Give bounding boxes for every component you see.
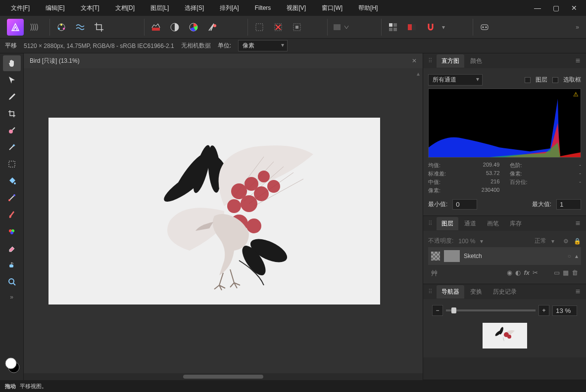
tab-brushes[interactable]: 画笔 bbox=[482, 217, 504, 230]
toolbar-overflow-icon[interactable]: » bbox=[573, 21, 582, 34]
window-maximize-button[interactable]: ▢ bbox=[548, 2, 564, 14]
zoom-value-input[interactable] bbox=[552, 305, 577, 316]
color-picker-tool-icon[interactable] bbox=[3, 89, 21, 105]
panel-grip-icon[interactable]: ⠿ bbox=[425, 288, 436, 295]
menu-file[interactable]: 文件[F] bbox=[4, 1, 37, 15]
move-tool-icon[interactable] bbox=[3, 72, 21, 88]
panel-menu-icon[interactable]: ≡ bbox=[572, 287, 584, 296]
selection-brush-tool-icon[interactable] bbox=[3, 123, 21, 138]
adjustment-icon[interactable]: ◐ bbox=[515, 269, 521, 278]
group-layers-icon[interactable]: ⾋ bbox=[431, 269, 438, 278]
tab-transform[interactable]: 变换 bbox=[465, 285, 487, 299]
panel-grip-icon[interactable]: ⠿ bbox=[425, 57, 436, 64]
menu-layer[interactable]: 图层[L] bbox=[144, 1, 176, 15]
toolbox-overflow-icon[interactable]: » bbox=[7, 291, 16, 304]
max-input[interactable] bbox=[556, 199, 581, 210]
layer-checkbox[interactable] bbox=[525, 77, 531, 83]
horizontal-scrollbar[interactable] bbox=[24, 373, 423, 380]
liquify-persona-icon[interactable] bbox=[26, 19, 43, 36]
fx-icon[interactable]: fx bbox=[524, 269, 530, 278]
paint-brush-tool-icon[interactable] bbox=[3, 207, 21, 222]
gradient-tool-icon[interactable] bbox=[3, 190, 21, 206]
layer-visibility-checker[interactable] bbox=[431, 252, 440, 261]
selection-deselect-icon[interactable] bbox=[270, 19, 287, 36]
menu-arrange[interactable]: 排列[A] bbox=[213, 1, 246, 15]
tab-histogram[interactable]: 直方图 bbox=[437, 54, 464, 68]
selection-all-icon[interactable] bbox=[251, 19, 268, 36]
panel-menu-icon[interactable]: ≡ bbox=[572, 56, 584, 65]
tab-layers[interactable]: 图层 bbox=[437, 217, 458, 230]
zoom-tool-icon[interactable] bbox=[3, 274, 21, 290]
menu-filters[interactable]: Filters bbox=[248, 1, 278, 14]
paint-mixer-tool-icon[interactable] bbox=[3, 223, 21, 239]
tab-stock[interactable]: 库存 bbox=[505, 217, 527, 230]
min-input[interactable] bbox=[452, 199, 477, 210]
menu-text[interactable]: 文本[T] bbox=[74, 1, 106, 15]
marquee-checkbox[interactable] bbox=[552, 77, 558, 83]
window-minimize-button[interactable]: — bbox=[529, 2, 546, 14]
zoom-out-button[interactable]: − bbox=[432, 305, 443, 316]
zoom-in-button[interactable]: + bbox=[538, 305, 549, 316]
auto-colors-icon[interactable] bbox=[185, 19, 202, 36]
scroll-up-icon[interactable]: ▴ bbox=[417, 70, 420, 77]
gear-icon[interactable]: ⚙ bbox=[563, 238, 569, 245]
arrange-icon[interactable] bbox=[385, 19, 401, 36]
erase-tool-icon[interactable] bbox=[3, 240, 21, 256]
opacity-dropdown-icon[interactable]: ▾ bbox=[480, 238, 483, 245]
color-swatches[interactable] bbox=[0, 351, 24, 378]
crop-icon[interactable] bbox=[91, 19, 107, 36]
crop-layer-icon[interactable]: ✂ bbox=[533, 269, 538, 278]
tab-color[interactable]: 颜色 bbox=[465, 54, 487, 68]
canvas-viewport[interactable]: ▴ bbox=[24, 68, 423, 373]
close-tab-icon[interactable]: ✕ bbox=[412, 57, 417, 64]
magic-wand-tool-icon[interactable] bbox=[3, 139, 21, 155]
menu-view[interactable]: 视图[V] bbox=[280, 1, 313, 15]
menu-select[interactable]: 选择[S] bbox=[178, 1, 211, 15]
lock-icon[interactable]: 🔒 bbox=[574, 238, 581, 245]
hand-tool-icon[interactable] bbox=[3, 55, 21, 71]
adjustments-icon[interactable] bbox=[53, 19, 70, 36]
auto-levels-icon[interactable] bbox=[147, 19, 164, 36]
auto-contrast-icon[interactable] bbox=[166, 19, 183, 36]
menu-window[interactable]: 窗口[W] bbox=[315, 1, 349, 15]
blend-dropdown-icon[interactable]: ▾ bbox=[551, 238, 554, 245]
navigator-thumbnail[interactable] bbox=[483, 323, 527, 348]
selection-invert-icon[interactable] bbox=[289, 19, 305, 36]
channel-select[interactable]: 所有通道 bbox=[428, 74, 483, 86]
delete-layer-icon[interactable]: 🗑 bbox=[572, 269, 578, 278]
opacity-value[interactable]: 100 % bbox=[458, 238, 475, 245]
blend-mode-select[interactable]: 正常 bbox=[535, 237, 546, 245]
menu-document[interactable]: 文档[D] bbox=[108, 1, 142, 15]
window-close-button[interactable]: ✕ bbox=[566, 2, 582, 14]
marquee-tool-icon[interactable] bbox=[3, 156, 21, 172]
canvas[interactable] bbox=[49, 118, 380, 305]
units-select[interactable]: 像素 bbox=[238, 40, 288, 51]
add-pixel-layer-icon[interactable]: ▦ bbox=[563, 269, 569, 278]
app-logo-icon[interactable] bbox=[7, 19, 24, 36]
mask-icon[interactable]: ◉ bbox=[507, 269, 512, 278]
panel-grip-icon[interactable]: ⠿ bbox=[425, 220, 436, 227]
quick-mask-icon[interactable] bbox=[331, 19, 354, 36]
clone-tool-icon[interactable] bbox=[3, 257, 21, 273]
tab-history[interactable]: 历史记录 bbox=[488, 285, 522, 299]
flood-fill-tool-icon[interactable] bbox=[3, 173, 21, 189]
tab-navigator[interactable]: 导航器 bbox=[437, 285, 464, 299]
layer-item[interactable]: Sketch ○ ▴ bbox=[428, 247, 581, 265]
zoom-slider[interactable] bbox=[446, 309, 536, 311]
panel-menu-icon[interactable]: ≡ bbox=[572, 219, 584, 228]
layer-expand-icon[interactable]: ▴ bbox=[575, 253, 578, 260]
layer-name-label[interactable]: Sketch bbox=[464, 253, 482, 260]
waves-icon[interactable] bbox=[72, 19, 89, 36]
document-tab[interactable]: Bird [只读] (13.1%) ✕ bbox=[24, 53, 423, 68]
crop-tool-icon[interactable] bbox=[3, 106, 21, 122]
toggle-ui-icon[interactable] bbox=[403, 19, 420, 36]
menu-help[interactable]: 帮助[H] bbox=[351, 1, 385, 15]
add-layer-icon[interactable]: ▭ bbox=[554, 269, 560, 278]
layer-visibility-dot[interactable]: ○ bbox=[568, 253, 571, 260]
dropdown-chevron-icon[interactable]: ▾ bbox=[441, 24, 446, 31]
tab-channels[interactable]: 通道 bbox=[459, 217, 481, 230]
menu-edit[interactable]: 编辑[E] bbox=[39, 1, 72, 15]
auto-white-balance-icon[interactable] bbox=[204, 19, 221, 36]
snapping-icon[interactable] bbox=[422, 19, 439, 36]
assistant-icon[interactable] bbox=[476, 19, 493, 36]
